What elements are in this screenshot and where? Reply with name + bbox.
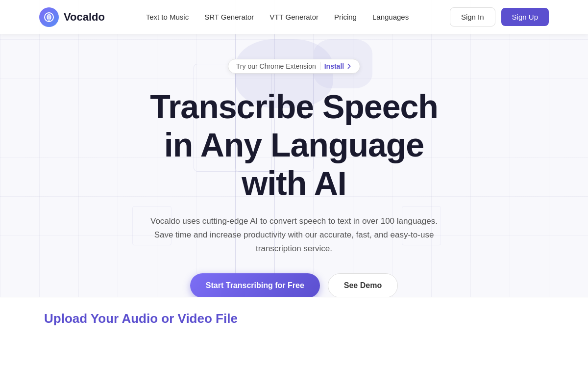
install-label: Install bbox=[324, 62, 344, 70]
bottom-section: Upload Your Audio or Video File bbox=[0, 297, 588, 368]
chevron-right-icon bbox=[346, 63, 353, 70]
badge-divider bbox=[320, 62, 320, 70]
navbar: Vocaldo Text to Music SRT Generator VTT … bbox=[0, 0, 588, 34]
nav-srt-generator[interactable]: SRT Generator bbox=[204, 13, 254, 21]
heading-line3: with AI bbox=[242, 164, 346, 202]
nav-text-to-music[interactable]: Text to Music bbox=[146, 13, 189, 21]
signin-button[interactable]: Sign In bbox=[450, 7, 495, 26]
cta-group: Start Transcribing for Free See Demo bbox=[190, 273, 398, 298]
chrome-extension-badge: Try our Chrome Extension Install bbox=[228, 59, 360, 74]
logo-text: Vocaldo bbox=[64, 11, 105, 24]
logo[interactable]: Vocaldo bbox=[39, 7, 105, 27]
logo-icon bbox=[39, 7, 59, 27]
chrome-badge-text: Try our Chrome Extension bbox=[236, 62, 316, 70]
hero-subtext: Vocaldo uses cutting-edge AI to convert … bbox=[142, 214, 446, 256]
heading-line1: Transcribe Speech bbox=[150, 88, 438, 125]
main-content: Try our Chrome Extension Install Transcr… bbox=[0, 34, 588, 317]
nav-languages[interactable]: Languages bbox=[372, 13, 409, 21]
navbar-nav: Text to Music SRT Generator VTT Generato… bbox=[146, 13, 409, 21]
nav-vtt-generator[interactable]: VTT Generator bbox=[270, 13, 318, 21]
bottom-title: Upload Your Audio or Video File bbox=[44, 311, 238, 326]
chrome-install-link[interactable]: Install bbox=[324, 62, 353, 70]
heading-line2: in Any Language bbox=[164, 126, 424, 163]
navbar-actions: Sign In Sign Up bbox=[450, 7, 549, 26]
signup-button[interactable]: Sign Up bbox=[501, 8, 549, 26]
hero-heading: Transcribe Speech in Any Language with A… bbox=[150, 87, 438, 203]
start-transcribing-button[interactable]: Start Transcribing for Free bbox=[190, 273, 320, 298]
nav-pricing[interactable]: Pricing bbox=[334, 13, 357, 21]
see-demo-button[interactable]: See Demo bbox=[328, 273, 398, 298]
